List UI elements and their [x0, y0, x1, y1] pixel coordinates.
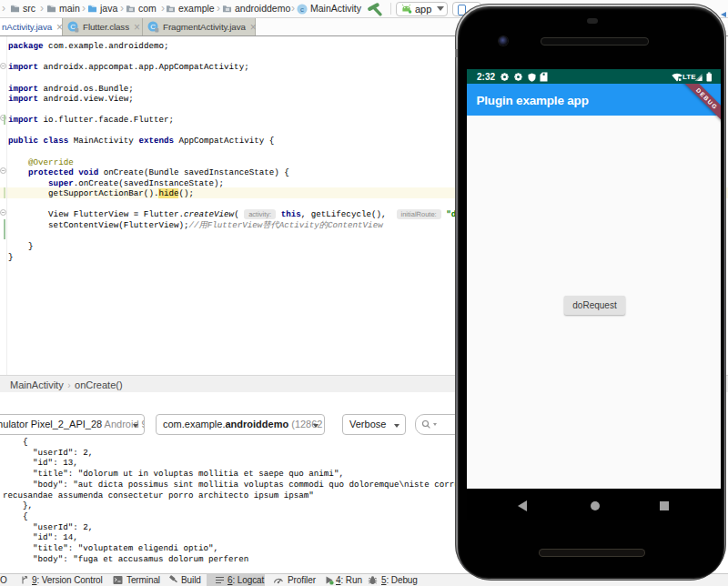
svg-text:c: c: [300, 5, 304, 13]
